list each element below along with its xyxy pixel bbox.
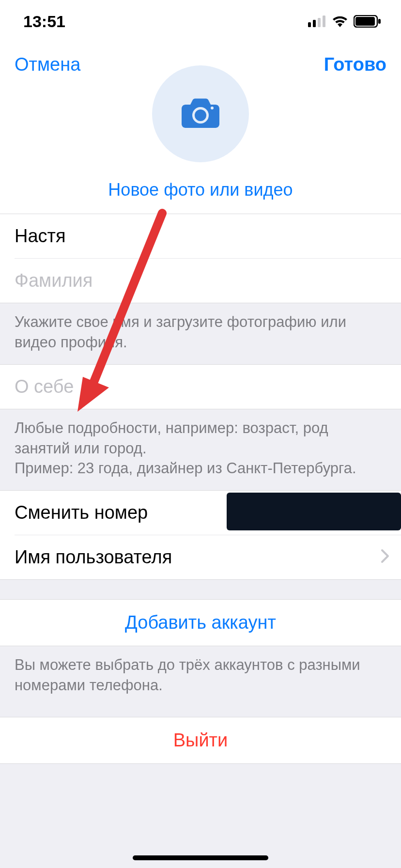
change-number-row[interactable]: Сменить номер +7 927 685-44-47 [0, 491, 401, 535]
logout-button[interactable]: Выйти [0, 717, 401, 763]
done-button[interactable]: Готово [324, 54, 386, 75]
svg-rect-1 [313, 20, 316, 27]
svg-rect-2 [318, 18, 321, 27]
change-number-label: Сменить номер [15, 502, 148, 523]
svg-point-8 [211, 107, 214, 109]
status-indicators [308, 15, 382, 28]
wifi-icon [331, 15, 349, 28]
add-account-button[interactable]: Добавить аккаунт [0, 600, 401, 646]
cancel-button[interactable]: Отмена [15, 54, 80, 75]
first-name-input[interactable] [15, 226, 386, 247]
avatar-photo-button[interactable] [152, 65, 249, 162]
phone-number-redaction [227, 493, 401, 530]
new-photo-video-button[interactable]: Новое фото или видео [108, 180, 293, 200]
cellular-icon [308, 16, 326, 27]
camera-icon [182, 98, 219, 130]
chevron-right-icon [381, 547, 389, 568]
status-time: 13:51 [23, 12, 65, 31]
svg-rect-3 [323, 16, 325, 27]
svg-rect-6 [378, 19, 381, 24]
username-row[interactable]: Имя пользователя [0, 535, 401, 579]
home-indicator[interactable] [133, 855, 268, 860]
bio-input[interactable] [15, 376, 386, 397]
bio-section-footer: Любые подробности, например: возраст, ро… [0, 409, 401, 491]
status-bar: 13:51 [0, 0, 401, 43]
svg-rect-0 [308, 22, 311, 27]
add-account-footer: Вы можете выбрать до трёх аккаунтов с ра… [0, 646, 401, 707]
battery-icon [354, 15, 382, 28]
last-name-input[interactable] [15, 270, 386, 291]
svg-rect-5 [355, 17, 375, 26]
username-label: Имя пользователя [15, 547, 172, 568]
name-section-footer: Укажите свое имя и загрузите фотографию … [0, 303, 401, 364]
